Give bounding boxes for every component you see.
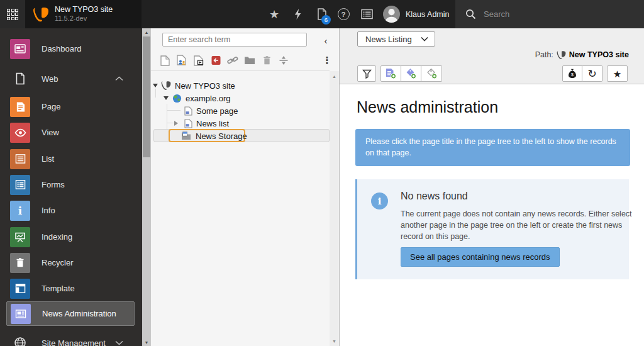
selected-function-label: News Listing <box>365 35 421 44</box>
page-icon <box>184 106 192 116</box>
module-menu-toggle-button[interactable] <box>0 0 25 28</box>
sidebar-item-list[interactable]: List <box>6 146 135 172</box>
recycler-module-icon <box>10 253 30 273</box>
sidebar-item-label: View <box>42 128 59 137</box>
opened-documents-button[interactable]: 6 <box>312 5 331 23</box>
lightning-bolt-icon <box>293 9 301 20</box>
tree-node-label: example.org <box>186 94 231 103</box>
svg-text:$: $ <box>571 72 574 77</box>
add-category-button[interactable] <box>401 65 421 82</box>
add-tag-button[interactable] <box>421 65 442 82</box>
collapse-tree-button[interactable]: ‹ <box>318 34 333 47</box>
tree-node-example-org[interactable]: example.org <box>164 92 231 104</box>
news-administration-module-icon <box>11 304 31 324</box>
tree-node-label: News list <box>196 119 229 128</box>
sidebar-item-label: List <box>42 154 54 164</box>
tree-scrollbar[interactable]: ▲ ▼ <box>330 71 339 346</box>
chevron-up-icon <box>115 76 123 81</box>
scroll-up-arrow[interactable]: ▲ <box>330 72 339 80</box>
info-flash-text: Please click the page title in the page … <box>365 137 616 157</box>
template-module-icon <box>10 279 30 299</box>
divider-icon[interactable] <box>278 54 289 67</box>
folder-icon[interactable] <box>244 54 255 67</box>
tree-toggle-expanded-icon[interactable] <box>153 84 158 87</box>
sidebar-section-site-management[interactable]: Site Management <box>6 333 135 346</box>
typo3-version: 11.5.2-dev <box>55 14 113 23</box>
sidebar-item-news-administration[interactable]: News Administration <box>6 301 135 326</box>
tree-node-news-list[interactable]: News list <box>174 117 229 130</box>
sidebar-item-label: Forms <box>42 180 65 189</box>
indexing-module-icon <box>10 227 30 247</box>
site-title: New TYPO3 site <box>55 5 113 15</box>
tree-search-input[interactable] <box>162 33 307 47</box>
sidebar-item-dashboard[interactable]: Dashboard <box>6 36 135 62</box>
donate-button[interactable]: $ <box>562 65 582 82</box>
see-all-pages-button[interactable]: See all pages containing news records <box>401 247 560 267</box>
typo3-logo-gray-icon <box>161 81 171 91</box>
sidebar-item-label: Info <box>42 206 55 215</box>
tree-node-root[interactable]: New TYPO3 site <box>153 79 235 92</box>
avatar <box>383 6 400 23</box>
scrollbar-thumb[interactable] <box>143 36 150 157</box>
page-module-icon <box>10 97 30 117</box>
add-news-record-button[interactable] <box>380 65 401 82</box>
new-page-icon[interactable] <box>159 54 170 67</box>
info-module-icon: i <box>10 201 30 221</box>
shortcut-red-icon[interactable] <box>210 54 221 67</box>
topbar-search-input[interactable] <box>484 9 609 19</box>
sidebar-item-info[interactable]: i Info <box>6 198 135 223</box>
sidebar-section-label: Web <box>42 74 58 84</box>
tree-toggle-collapsed-icon[interactable] <box>174 121 178 126</box>
tree-toggle-expanded-icon[interactable] <box>164 96 169 100</box>
new-page-drag-toolbar <box>159 53 289 68</box>
sidebar-section-web[interactable]: Web <box>6 69 135 89</box>
chevron-down-icon <box>115 340 123 345</box>
brand-block[interactable]: New TYPO3 site 11.5.2-dev <box>25 0 142 28</box>
new-record-icon <box>386 68 396 79</box>
path-label: Path: <box>535 50 553 59</box>
info-circle-icon: i <box>371 193 388 209</box>
bookmarks-button[interactable]: ★ <box>265 5 284 23</box>
topbar-search[interactable] <box>455 0 644 28</box>
sidebar-item-recycler[interactable]: Recycler <box>6 250 135 276</box>
sidebar-item-forms[interactable]: Forms <box>6 172 135 198</box>
module-function-select[interactable]: News Listing <box>357 31 435 47</box>
topbar: New TYPO3 site 11.5.2-dev ★ 6 ? <box>0 0 644 28</box>
tree-node-label: New TYPO3 site <box>175 81 235 91</box>
globe-icon <box>10 333 30 346</box>
reload-button[interactable]: ↻ <box>582 65 602 82</box>
username-label: Klaus Admin <box>406 10 449 19</box>
sidebar-item-template[interactable]: Template <box>6 276 135 301</box>
sidebar-item-indexing[interactable]: Indexing <box>6 224 135 250</box>
page-tree-panel: ‹ <box>151 28 340 346</box>
filter-button[interactable] <box>357 65 376 82</box>
help-button[interactable]: ? <box>334 5 353 23</box>
new-page-people-icon[interactable] <box>176 54 187 67</box>
list-module-icon <box>10 149 30 169</box>
toolbar-divider <box>151 70 330 71</box>
doc-header: News Listing Path: New TYPO3 site <box>340 28 644 84</box>
search-icon <box>465 9 476 20</box>
user-menu[interactable]: Klaus Admin <box>383 0 449 28</box>
opened-documents-badge: 6 <box>321 15 331 25</box>
tree-connector <box>167 123 174 123</box>
sidebar-item-view[interactable]: View <box>6 120 135 145</box>
system-log-button[interactable] <box>357 5 376 23</box>
kebab-menu-icon[interactable]: ⋮ <box>319 53 335 68</box>
mount-point-icon[interactable] <box>193 54 204 67</box>
scroll-down-arrow[interactable]: ▼ <box>142 338 151 346</box>
module-sidebar: Dashboard Web Page View List <box>0 28 142 346</box>
sidebar-scrollbar[interactable]: ▲ ▼ <box>142 28 151 346</box>
scroll-up-arrow[interactable]: ▲ <box>142 28 151 36</box>
tree-node-news-storage-selected[interactable]: News Storage <box>181 130 247 142</box>
typo3-logo-gray-icon <box>557 50 566 60</box>
clear-cache-button[interactable] <box>287 5 306 23</box>
tree-node-label: Some page <box>196 106 238 116</box>
scroll-down-arrow[interactable]: ▼ <box>330 337 339 345</box>
link-icon[interactable] <box>227 54 238 67</box>
tree-node-some-page[interactable]: Some page <box>184 104 238 117</box>
refresh-icon: ↻ <box>587 69 596 79</box>
bookmark-shortcut-button[interactable]: ★ <box>607 65 628 82</box>
sidebar-item-page[interactable]: Page <box>6 94 135 120</box>
trash-icon[interactable] <box>261 54 272 67</box>
